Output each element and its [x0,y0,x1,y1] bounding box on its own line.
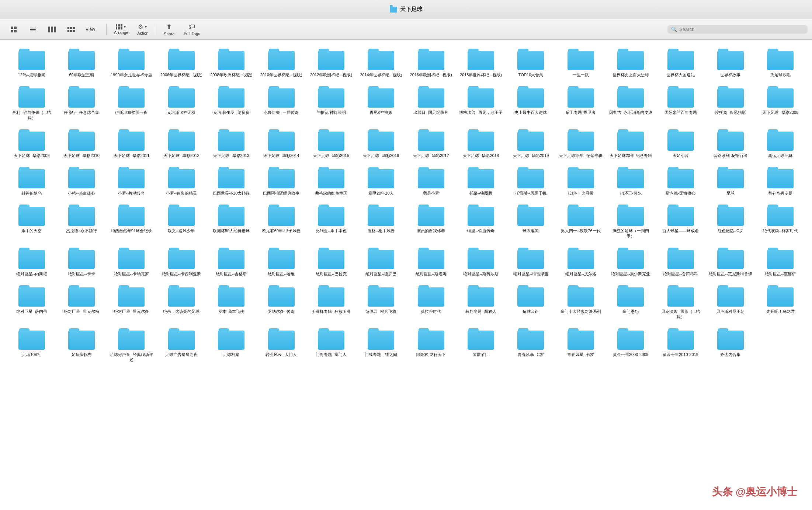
icon-view-button[interactable] [4,25,23,34]
folder-item[interactable]: 再见K神拉姆 [357,83,405,123]
folder-item[interactable]: 史上最牛百大进球 [507,83,555,123]
folder-item[interactable]: 克洛泽-K神无双 [157,83,205,123]
folder-item[interactable]: 足球广告餐餐之夜 [157,325,205,366]
folder-item[interactable]: 绝对巨星--特雷泽盖 [507,245,555,279]
folder-item[interactable]: 绝对巨星--里克尔梅 [57,282,105,322]
folder-item[interactable]: 足坛庆祝秀 [57,325,105,366]
folder-item[interactable]: 60年欧冠王朝 [57,46,105,80]
folder-item[interactable]: 因扎吉--永不消逝的皮波 [607,83,655,123]
folder-item[interactable]: 2010年世界杯纪...视版) [257,46,305,80]
folder-item[interactable]: 杰拉德--永不独行 [57,202,105,242]
folder-item[interactable]: 2018年世界杯纪...视版) [457,46,505,80]
folder-item[interactable]: 足球档案 [207,325,256,366]
folder-item[interactable]: 小猪--热血雄心 [57,164,105,199]
folder-item[interactable]: 天下足球--华彩2018 [457,126,505,161]
folder-item[interactable]: 克鲁伊夫--一世传奇 [257,83,305,123]
folder-item[interactable]: 天下足球--华彩2010 [57,126,105,161]
folder-item[interactable]: 后卫专题-捍卫者 [556,83,605,123]
folder-item[interactable]: 博格坎普--再见，冰王子 [457,83,505,123]
search-box[interactable]: 🔍 [667,25,808,34]
folder-item[interactable]: 绝对巨星--卡纳瓦罗 [107,245,156,279]
folder-item[interactable]: 出线日--国足纪录片 [407,83,455,123]
folder-item[interactable]: 任我行--任意球合集 [57,83,105,123]
folder-item[interactable]: 埃托奥--疾风猎影 [706,83,754,123]
action-button[interactable]: ⚙ ▼ Action [133,22,152,37]
folder-item[interactable]: 欧足联60年-甲子风云 [257,202,305,242]
folder-item[interactable]: 绝对巨星--巴拉克 [307,245,355,279]
folder-item[interactable]: 角球套路 [507,282,555,322]
folder-item[interactable]: 意甲20年20人 [357,164,405,199]
folder-item[interactable]: 12码--点球趣闻 [7,46,56,80]
folder-item[interactable]: 绝对巨星--索尔斯克亚 [607,245,655,279]
folder-item[interactable]: 天足小片 [656,126,705,161]
folder-item[interactable]: 绝对巨星--卡卡 [57,245,105,279]
folder-item[interactable]: 弗格森的红色帝国 [307,164,355,199]
folder-item[interactable]: 绝对巨星--里瓦尔多 [107,282,156,322]
folder-item[interactable]: 男人四十--致敬76一代 [556,202,605,242]
folder-item[interactable]: 绝对巨星--皮尔洛 [556,245,605,279]
folder-item[interactable]: 豪门十大经典对决系列 [556,282,605,322]
list-view-button[interactable] [24,26,42,33]
folder-item[interactable]: 兰帕德-神灯长明 [307,83,355,123]
folder-item[interactable]: 国际米兰百年专题 [656,83,705,123]
folder-item[interactable]: 绝对巨星--舍甫琴科 [656,245,705,279]
folder-item[interactable]: 奥运足球经典 [756,126,805,161]
column-view-button[interactable] [43,25,61,34]
folder-item[interactable]: 2014年世界杯纪...视版) [357,46,405,80]
folder-item[interactable]: 罗本-我本飞侠 [207,282,256,322]
folder-item[interactable]: 范佩西--橙兵飞将 [357,282,405,322]
folder-item[interactable]: 天下足球--华彩2017 [407,126,455,161]
edit-tags-button[interactable]: 🏷 Edit Tags [180,21,204,37]
folder-item[interactable]: 天下足球--华彩2012 [157,126,205,161]
folder-item[interactable]: 演员的自我修养 [407,202,455,242]
folder-item[interactable]: 托蒂--狼图腾 [457,164,505,199]
folder-item[interactable]: 小罗--迷失的精灵 [157,164,205,199]
folder-item[interactable]: 足球好声音--经典现场评述 [107,325,156,366]
share-button[interactable]: ⬆ Share [160,21,178,38]
folder-item[interactable]: 2008年欧洲杯纪...视版) [207,46,256,80]
folder-item[interactable]: 世界杯史上百大进球 [607,46,655,80]
folder-item[interactable]: 绝对巨星--斯塔姆 [407,245,455,279]
folder-item[interactable]: 我是小罗 [407,164,455,199]
folder-item[interactable]: 天下足球--华彩2016 [357,126,405,161]
folder-item[interactable]: 绝对巨星--斯科尔斯 [457,245,505,279]
folder-item[interactable]: 欧洲杯50大经典进球 [207,202,256,242]
folder-item[interactable]: 小罗--舞动传奇 [107,164,156,199]
folder-item[interactable]: 亨利--谁与争锋（...结局） [7,83,56,123]
folder-item[interactable]: 绝对巨星--萨内蒂 [7,282,56,322]
folder-item[interactable]: 星球 [706,164,754,199]
folder-item[interactable]: 天下足球--华彩2014 [257,126,305,161]
folder-item[interactable]: 绝代双骄--梅罗时代 [756,202,805,242]
search-input[interactable] [679,27,804,32]
folder-item[interactable]: 绝对巨星--范德萨 [756,245,805,279]
arrange-button[interactable]: ▼ Arrange [110,23,132,36]
folder-item[interactable]: 黄金十年2000-2009 [607,325,655,366]
folder-item[interactable]: 裁判专题--黑衣人 [457,282,505,322]
folder-item[interactable]: 天下足球--华彩2008 [756,83,805,123]
folder-item[interactable]: 黄金十年2010-2019 [656,325,705,366]
folder-item[interactable]: 巴西世界杯20大扑救 [207,164,256,199]
folder-item[interactable]: 足坛108将 [7,325,56,366]
folder-item[interactable]: 梅西自然年91球全纪录 [107,202,156,242]
folder-item[interactable]: 替补奇兵专题 [756,164,805,199]
folder-item[interactable]: 绝对巨星--哈维 [257,245,305,279]
folder-item[interactable]: 天下足球15年--纪念专辑 [556,126,605,161]
folder-item[interactable]: TOP10大合集 [507,46,555,80]
folder-item[interactable]: 贝克汉姆--贝影（...结局） [656,282,705,322]
folder-item[interactable]: 罗纳尔多--传奇 [257,282,305,322]
folder-item[interactable]: 绝对巨星--范尼斯特鲁伊 [706,245,754,279]
folder-item[interactable]: 百大球星——球成名 [656,202,705,242]
folder-item[interactable]: 一生一队 [556,46,605,80]
folder-item[interactable]: 杀手的天空 [7,202,56,242]
folder-item[interactable]: 为足球歌唱 [756,46,805,80]
folder-item[interactable]: 零散节目 [457,325,505,366]
folder-item[interactable]: 疯狂的足球（一到四季） [607,202,655,242]
folder-item[interactable]: 天下足球20年-纪念专辑 [607,126,655,161]
folder-item[interactable]: 天下足球--华彩2009 [7,126,56,161]
folder-item[interactable]: 世界杯故事 [706,46,754,80]
folder-item[interactable]: 巴西阿根廷经典故事 [257,164,305,199]
folder-item[interactable]: 莫拉蒂时代 [407,282,455,322]
folder-item[interactable]: 特里--铁血传奇 [457,202,505,242]
folder-item[interactable]: 比利亚--杀手本色 [307,202,355,242]
folder-item[interactable]: 伊斯坦布尔那一夜 [107,83,156,123]
